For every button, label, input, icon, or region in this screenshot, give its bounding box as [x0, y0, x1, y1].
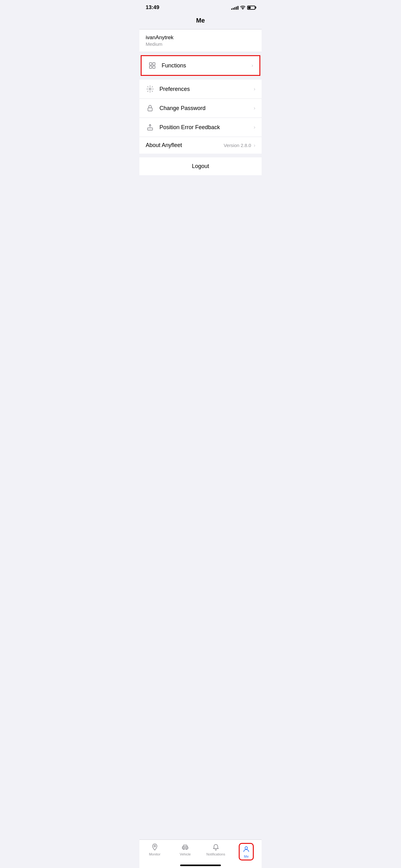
lock-icon — [146, 104, 155, 113]
user-level: Medium — [146, 41, 255, 47]
position-error-label: Position Error Feedback — [160, 124, 254, 131]
functions-chevron: › — [252, 63, 253, 68]
svg-rect-7 — [147, 128, 153, 130]
menu-item-change-password[interactable]: Change Password › — [139, 99, 262, 118]
battery-icon — [247, 6, 255, 10]
preferences-chevron: › — [254, 86, 255, 92]
status-bar: 13:49 — [139, 0, 262, 13]
upload-icon — [146, 123, 155, 132]
about-version: Version 2.8.0 — [224, 143, 251, 148]
menu-item-functions[interactable]: Functions › — [141, 55, 260, 76]
user-name: ivanAnytrek — [146, 34, 255, 41]
signal-bars-icon — [231, 5, 238, 10]
svg-rect-4 — [153, 66, 156, 69]
menu-item-about[interactable]: About Anyfleet Version 2.8.0 › — [139, 137, 262, 154]
wifi-icon — [240, 5, 245, 10]
logout-button[interactable]: Logout — [139, 157, 262, 175]
logout-section: Logout — [139, 157, 262, 175]
svg-rect-2 — [153, 63, 156, 65]
position-error-chevron: › — [254, 124, 255, 130]
change-password-chevron: › — [254, 105, 255, 111]
svg-rect-1 — [149, 63, 152, 65]
grid-icon — [148, 61, 157, 70]
svg-rect-3 — [149, 66, 152, 69]
user-info-section: ivanAnytrek Medium — [139, 29, 262, 52]
svg-point-0 — [242, 9, 243, 9]
functions-label: Functions — [162, 62, 252, 69]
menu-item-position-error[interactable]: Position Error Feedback › — [139, 118, 262, 137]
status-icons — [231, 5, 255, 10]
logout-label: Logout — [192, 163, 209, 169]
gear-icon — [146, 85, 155, 93]
change-password-label: Change Password — [160, 105, 254, 112]
menu-section: Preferences › Change Password › Position… — [139, 80, 262, 154]
page-title: Me — [196, 17, 205, 24]
page-header: Me — [139, 13, 262, 29]
svg-rect-6 — [148, 108, 152, 111]
status-time: 13:49 — [146, 4, 159, 11]
svg-point-5 — [149, 88, 151, 90]
about-label: About Anyfleet — [146, 142, 224, 149]
preferences-label: Preferences — [160, 86, 254, 92]
menu-item-preferences[interactable]: Preferences › — [139, 80, 262, 99]
empty-content-area — [139, 175, 262, 301]
about-chevron: › — [254, 143, 255, 148]
